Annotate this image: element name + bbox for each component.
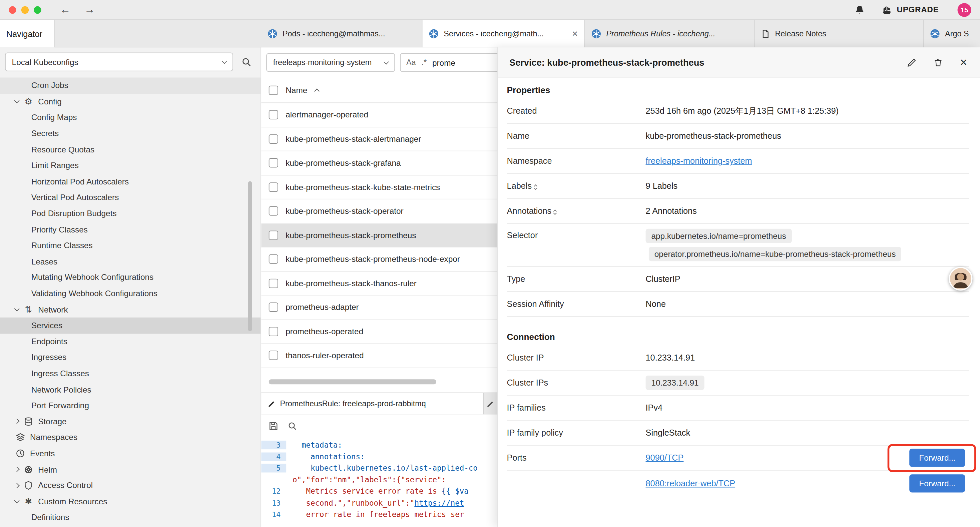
editor-search-icon[interactable] (288, 421, 297, 430)
table-row[interactable]: prometheus-adapter (261, 296, 497, 320)
sidebar-item-events[interactable]: Events (0, 445, 261, 461)
back-button[interactable]: ← (60, 4, 71, 15)
select-all-checkbox[interactable] (269, 85, 278, 95)
row-checkbox[interactable] (269, 231, 278, 240)
yaml-string: second.","runbook_url":" (306, 498, 414, 507)
table-row-selected[interactable]: kube-prometheus-stack-prometheus (261, 223, 497, 247)
match-case-toggle[interactable]: Aa (406, 58, 416, 67)
namespace-filter-dropdown[interactable]: freeleaps-monitoring-system (266, 53, 395, 72)
dock-tab-prometheusrule[interactable]: PrometheusRule: freeleaps-prod-rabbitmq (261, 393, 484, 415)
row-checkbox[interactable] (269, 110, 278, 119)
sidebar-item-endpoints[interactable]: Endpoints (0, 334, 261, 350)
window-zoom-button[interactable] (34, 6, 41, 13)
close-icon[interactable]: ✕ (960, 57, 968, 68)
row-checkbox[interactable] (269, 279, 278, 288)
window-close-button[interactable] (9, 6, 16, 13)
row-checkbox[interactable] (269, 351, 278, 360)
row-checkbox[interactable] (269, 326, 278, 336)
row-checkbox[interactable] (269, 207, 278, 216)
table-row[interactable]: kube-prometheus-stack-kube-state-metrics (261, 175, 497, 199)
row-checkbox[interactable] (269, 255, 278, 264)
upgrade-button[interactable]: UPGRADE (881, 4, 939, 15)
row-checkbox[interactable] (269, 303, 278, 312)
tab-pods[interactable]: Pods - icecheng@mathmas... (261, 20, 422, 47)
tab-prometheus-rules[interactable]: Prometheus Rules - icecheng... (585, 20, 755, 47)
port-forward-button[interactable]: Forward... (910, 449, 965, 466)
namespace-link[interactable]: freeleaps-monitoring-system (646, 156, 752, 166)
property-row-labels: Labels 9 Labels (507, 174, 969, 199)
table-row[interactable]: kube-prometheus-stack-operator (261, 199, 497, 223)
row-checkbox[interactable] (269, 134, 278, 143)
kubeconfig-selector[interactable]: Local Kubeconfigs (5, 53, 233, 71)
table-row[interactable]: thanos-ruler-operated (261, 344, 497, 368)
sidebar-item-services[interactable]: Services (0, 318, 261, 334)
tab-label: Release Notes (775, 29, 916, 38)
sidebar-item-namespaces[interactable]: Namespaces (0, 429, 261, 445)
regex-toggle[interactable]: .* (421, 58, 426, 67)
sidebar-search-icon[interactable] (238, 57, 255, 67)
sidebar-item-runtime-classes[interactable]: Runtime Classes (0, 237, 261, 253)
row-checkbox[interactable] (269, 182, 278, 192)
list-search-input[interactable]: Aa .* prome (400, 53, 497, 72)
sidebar-item-priority-classes[interactable]: Priority Classes (0, 221, 261, 237)
table-row[interactable]: kube-prometheus-stack-thanos-ruler (261, 272, 497, 296)
port-link[interactable]: 9090/TCP (646, 453, 684, 462)
name-column-header[interactable]: Name (286, 85, 307, 95)
port-link[interactable]: 8080:reloader-web/TCP (646, 478, 735, 488)
sidebar-item-label: Endpoints (31, 337, 67, 346)
horizontal-scrollbar[interactable] (261, 379, 497, 384)
sidebar-item-network[interactable]: ⇅ Network (0, 301, 261, 318)
sidebar-scrollbar[interactable] (248, 181, 252, 331)
tab-close-icon[interactable]: ✕ (572, 29, 578, 38)
notifications-bell-icon[interactable] (854, 4, 865, 15)
sidebar-item-access-control[interactable]: Access Control (0, 477, 261, 493)
row-checkbox[interactable] (269, 158, 278, 168)
sidebar-item-storage[interactable]: Storage (0, 413, 261, 429)
sidebar-item-config[interactable]: ⚙ Config (0, 93, 261, 110)
edit-pencil-icon (486, 400, 494, 408)
sidebar-item-resource-quotas[interactable]: Resource Quotas (0, 142, 261, 158)
tab-release-notes[interactable]: Release Notes (755, 20, 924, 47)
property-label: IP family policy (507, 428, 646, 437)
expand-collapse-icon[interactable] (535, 183, 537, 189)
table-row[interactable]: prometheus-operated (261, 320, 497, 344)
sidebar-item-secrets[interactable]: Secrets (0, 126, 261, 142)
sidebar-item-mutating-webhook-configurations[interactable]: Mutating Webhook Configurations (0, 269, 261, 285)
forward-button[interactable]: → (84, 4, 95, 15)
sidebar-item-leases[interactable]: Leases (0, 253, 261, 269)
port-row-9090: Ports 9090/TCP Forward... (507, 446, 969, 471)
sidebar-item-horizontal-pod-autoscalers[interactable]: Horizontal Pod Autoscalers (0, 174, 261, 189)
sidebar-item-port-forwarding[interactable]: Port Forwarding (0, 397, 261, 413)
sidebar-item-custom-resources[interactable]: ✱ Custom Resources (0, 493, 261, 509)
sidebar-item-cron-jobs[interactable]: Cron Jobs (0, 77, 261, 93)
sidebar-item-limit-ranges[interactable]: Limit Ranges (0, 158, 261, 174)
user-avatar[interactable] (949, 267, 972, 291)
table-row[interactable]: alertmanager-operated (261, 103, 497, 127)
table-row[interactable]: kube-prometheus-stack-prometheus-node-ex… (261, 247, 497, 272)
sidebar-item-ingress-classes[interactable]: Ingress Classes (0, 366, 261, 382)
dock-tab-next[interactable] (484, 393, 497, 415)
delete-trash-icon[interactable] (933, 57, 943, 67)
sidebar-item-helm[interactable]: Helm (0, 461, 261, 477)
sidebar-item-network-policies[interactable]: Network Policies (0, 381, 261, 397)
expand-collapse-icon[interactable] (554, 208, 556, 214)
tab-services[interactable]: Services - icecheng@math... ✕ (423, 20, 585, 47)
port-forward-button[interactable]: Forward... (910, 474, 965, 492)
yaml-editor[interactable]: 3metadata: 4annotations: 5kubectl.kubern… (261, 437, 497, 520)
sidebar-item-pod-disruption-budgets[interactable]: Pod Disruption Budgets (0, 205, 261, 221)
sidebar-item-label: Vertical Pod Autoscalers (31, 193, 119, 202)
sidebar-item-definitions[interactable]: Definitions (0, 509, 261, 525)
sidebar-item-config-maps[interactable]: Config Maps (0, 110, 261, 126)
table-row[interactable]: kube-prometheus-stack-alertmanager (261, 127, 497, 151)
sidebar-item-ingresses[interactable]: Ingresses (0, 350, 261, 366)
window-minimize-button[interactable] (21, 6, 29, 13)
sidebar-item-vertical-pod-autoscalers[interactable]: Vertical Pod Autoscalers (0, 189, 261, 205)
save-icon[interactable] (269, 421, 278, 430)
sidebar-item-label: Config (38, 97, 61, 106)
edit-pencil-icon[interactable] (907, 57, 917, 67)
notification-count-badge[interactable]: 15 (958, 3, 971, 16)
navigator-header-tab[interactable]: Navigator (0, 20, 55, 47)
tab-argo[interactable]: Argo S (924, 20, 980, 47)
sidebar-item-validating-webhook-configurations[interactable]: Validating Webhook Configurations (0, 285, 261, 301)
table-row[interactable]: kube-prometheus-stack-grafana (261, 151, 497, 175)
